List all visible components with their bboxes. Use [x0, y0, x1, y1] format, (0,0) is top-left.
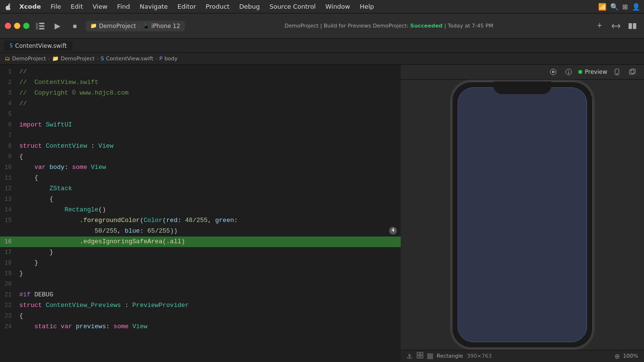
menu-help[interactable]: Help [356, 2, 378, 11]
run-button[interactable]: ▶ [51, 19, 64, 33]
stop-icon: ■ [73, 22, 77, 30]
code-editor[interactable]: 1 // 2 // ContentView.swift 3 // Copyrig… [0, 65, 401, 362]
breadcrumb-project[interactable]: DemoProject [12, 56, 46, 62]
add-button[interactable]: + [593, 19, 606, 33]
menu-source-control[interactable]: Source Control [266, 2, 320, 11]
menu-navigate[interactable]: Navigate [136, 2, 171, 11]
code-line-16: 16 .edgesIgnoringSafeArea(.all) [0, 237, 401, 247]
breadcrumb-folder[interactable]: DemoProject [61, 56, 95, 62]
swift-file-icon: S [10, 43, 13, 48]
menu-xcode[interactable]: Xcode [15, 2, 45, 11]
play-icon: ▶ [55, 21, 60, 30]
device-name: iPhone 12 [152, 23, 181, 29]
breadcrumb-symbol[interactable]: body [165, 56, 178, 62]
code-line-12: 12 ZStack [0, 183, 401, 194]
grid-toggle-icon[interactable] [417, 352, 423, 360]
sidebar-toggle-button[interactable] [33, 19, 47, 33]
build-status: DemoProject | Build for Previews DemoPro… [189, 23, 589, 29]
active-tab[interactable]: S ContentView.swift [4, 41, 72, 51]
preview-duplicate-button[interactable] [627, 66, 638, 78]
menu-product[interactable]: Product [202, 2, 233, 11]
shape-color-swatch [427, 353, 433, 359]
shape-label: Rectangle [437, 353, 463, 359]
stop-button[interactable]: ■ [68, 19, 82, 33]
scheme-selector[interactable]: 📁 DemoProject › 📱 iPhone 12 [85, 21, 185, 31]
zoom-level: 100% [623, 353, 638, 359]
menu-debug[interactable]: Debug [235, 2, 264, 11]
file-breadcrumb-icon: S [100, 56, 104, 62]
svg-rect-1 [39, 23, 44, 24]
menu-editor[interactable]: Editor [174, 2, 200, 11]
apple-menu[interactable] [4, 2, 14, 12]
code-line-19: 19 } [0, 268, 401, 279]
code-line-14: 14 Rectangle() [0, 205, 401, 215]
code-line-3: 3 // Copyright © www.hdjc8.com [0, 88, 401, 98]
tab-bar: S ContentView.swift [0, 39, 644, 53]
svg-rect-18 [420, 356, 423, 358]
code-line-2: 2 // ContentView.swift [0, 77, 401, 88]
code-line-1: 1 // [0, 67, 401, 77]
user-icon[interactable]: 👤 [632, 3, 640, 11]
svg-rect-0 [36, 23, 38, 29]
svg-rect-17 [417, 356, 420, 358]
svg-rect-15 [417, 352, 420, 355]
preview-panel: i Preview [401, 65, 644, 362]
phone-screen [458, 87, 587, 342]
breakpoint-badge: 4 [389, 227, 397, 235]
menu-window[interactable]: Window [322, 2, 354, 11]
main-layout: 1 // 2 // ContentView.swift 3 // Copyrig… [0, 65, 644, 362]
layout-button[interactable] [626, 19, 639, 33]
code-line-7: 7 [0, 130, 401, 141]
svg-rect-5 [629, 23, 632, 29]
control-center-icon[interactable]: ⊞ [622, 3, 628, 11]
code-line-13: 13 { [0, 194, 401, 205]
preview-status-label: Preview [578, 69, 607, 75]
code-line-17: 17 } [0, 247, 401, 258]
close-button[interactable] [5, 23, 11, 29]
code-lines: 1 // 2 // ContentView.swift 3 // Copyrig… [0, 65, 401, 334]
code-line-22: 22 struct ContentView_Previews : Preview… [0, 300, 401, 311]
menu-file[interactable]: File [47, 2, 65, 11]
tab-label: ContentView.swift [15, 42, 67, 49]
preview-bottom-bar: ⚓ Rectangle 390×763 ⊕ 100% [401, 350, 644, 362]
svg-marker-8 [552, 70, 555, 73]
breadcrumb-nav: 🗂 DemoProject › 📁 DemoProject › S Conten… [0, 53, 644, 65]
code-line-4: 4 // [0, 98, 401, 109]
preview-label-text: Preview [585, 69, 607, 75]
phone-notch [493, 82, 551, 94]
menu-edit[interactable]: Edit [67, 2, 87, 11]
menu-view[interactable]: View [89, 2, 112, 11]
menu-find[interactable]: Find [113, 2, 134, 11]
svg-rect-6 [633, 23, 636, 29]
code-line-18: 18 } [0, 258, 401, 268]
code-line-9: 9 { [0, 152, 401, 162]
traffic-lights [5, 23, 29, 29]
project-name: DemoProject [99, 23, 136, 29]
zoom-out-icon[interactable]: ⊕ [615, 352, 620, 360]
anchor-icon[interactable]: ⚓ [406, 352, 413, 360]
svg-rect-2 [39, 25, 44, 27]
code-line-23: 23 { [0, 311, 401, 321]
code-line-5: 5 [0, 109, 401, 120]
preview-info-button[interactable]: i [563, 66, 574, 78]
svg-rect-16 [420, 352, 423, 355]
maximize-button[interactable] [23, 23, 29, 29]
back-forward-button[interactable] [609, 19, 623, 33]
preview-toolbar: i Preview [401, 65, 644, 80]
breadcrumb-file[interactable]: ContentView.swift [106, 56, 153, 62]
svg-rect-14 [631, 69, 635, 73]
folder-breadcrumb-icon: 📁 [52, 56, 59, 62]
preview-device-button[interactable] [611, 66, 623, 78]
minimize-button[interactable] [14, 23, 20, 29]
search-menu-icon[interactable]: 🔍 [610, 3, 618, 11]
preview-play-button[interactable] [547, 66, 559, 78]
code-line-24: 24 static var previews: some View [0, 321, 401, 332]
toolbar: ▶ ■ 📁 DemoProject › 📱 iPhone 12 DemoProj… [0, 14, 644, 39]
preview-active-dot [578, 70, 582, 74]
code-line-15b: 50/255, blue: 65/255)) 4 [0, 226, 401, 237]
code-line-21: 21 #if DEBUG [0, 290, 401, 300]
svg-rect-13 [630, 70, 634, 74]
preview-content [401, 80, 644, 350]
project-breadcrumb-icon: 🗂 [5, 56, 10, 62]
symbol-breadcrumb-icon: P [159, 56, 163, 62]
